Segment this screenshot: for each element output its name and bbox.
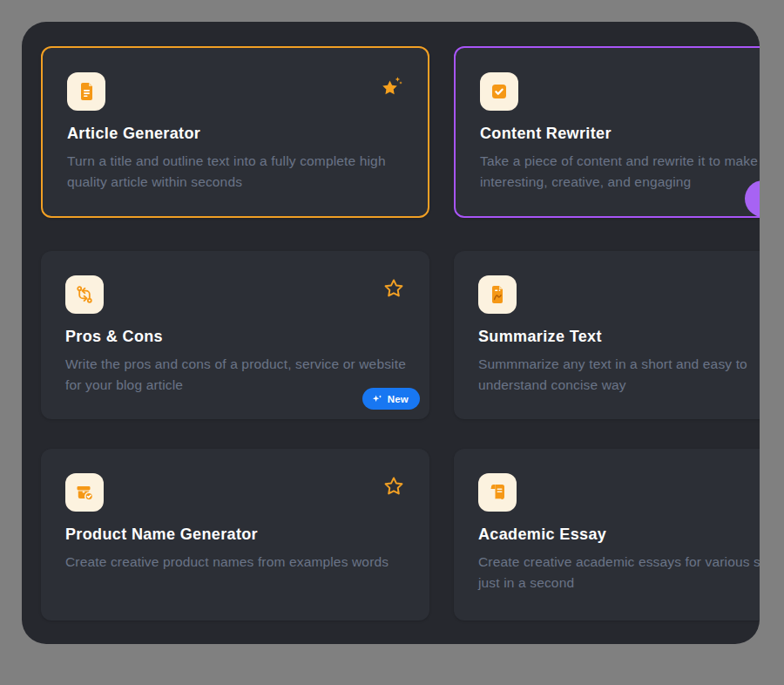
card-description: Summmarize any text in a short and easy … (478, 354, 760, 396)
summary-file-icon (478, 275, 517, 314)
new-badge-label: New (388, 394, 409, 404)
card-content-rewriter[interactable]: Content Rewriter Take a piece of content… (454, 46, 760, 218)
card-summarize-text[interactable]: Summarize Text Summmarize any text in a … (454, 251, 760, 419)
card-description: Write the pros and cons of a product, se… (65, 354, 407, 396)
card-title: Academic Essay (478, 526, 760, 544)
scroll-icon (478, 473, 517, 512)
card-title: Article Generator (67, 125, 403, 143)
package-check-icon (65, 473, 104, 512)
card-title: Product Name Generator (65, 526, 405, 544)
card-description: Take a piece of content and rewrite it t… (480, 151, 760, 193)
card-product-name-generator[interactable]: Product Name Generator Create creative p… (41, 449, 429, 621)
sparkle-icon (372, 394, 382, 404)
checkbox-icon (480, 72, 518, 111)
new-badge: New (362, 388, 420, 410)
favorite-star-outline-icon[interactable] (382, 277, 405, 300)
article-document-icon (67, 72, 105, 111)
card-pros-and-cons[interactable]: Pros & Cons Write the pros and cons of a… (41, 251, 429, 419)
card-description: Create creative product names from examp… (65, 552, 407, 573)
favorite-star-filled-icon[interactable] (381, 74, 403, 97)
card-title: Summarize Text (478, 328, 760, 346)
card-title: Content Rewriter (480, 125, 760, 143)
card-academic-essay[interactable]: Academic Essay Create creative academic … (454, 449, 760, 621)
card-title: Pros & Cons (65, 328, 405, 346)
tools-panel: Article Generator Turn a title and outli… (22, 22, 760, 644)
card-description: Turn a title and outline text into a ful… (67, 151, 409, 193)
card-description: Create creative academic essays for vari… (478, 552, 760, 593)
favorite-star-outline-icon[interactable] (382, 475, 405, 498)
card-article-generator[interactable]: Article Generator Turn a title and outli… (41, 46, 429, 218)
compare-arrows-icon (65, 275, 104, 314)
